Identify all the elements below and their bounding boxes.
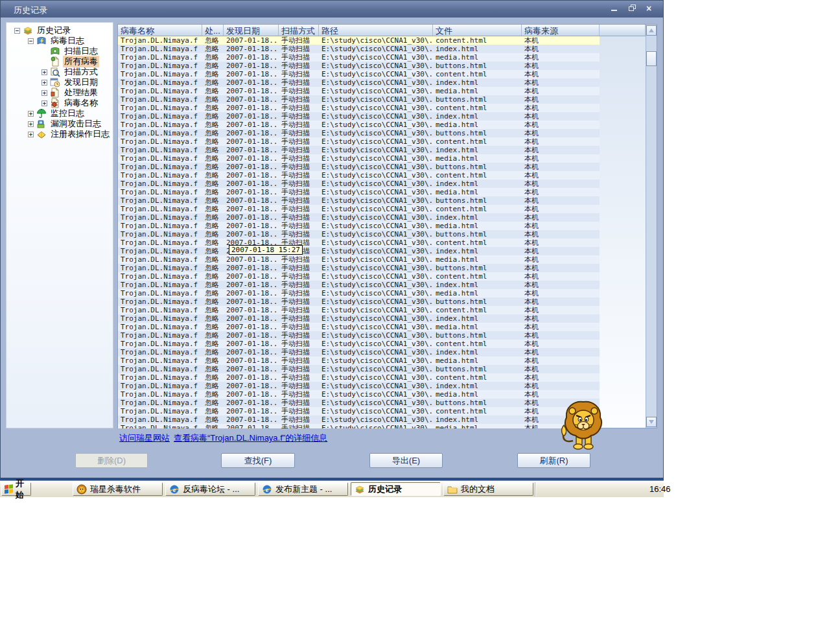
table-row[interactable]: Trojan.DL.Nimaya.f忽略2007-01-18...手动扫描E:\… [118, 36, 600, 45]
table-row[interactable]: Trojan.DL.Nimaya.f忽略2007-01-18...手动扫描E:\… [118, 298, 600, 306]
table-row[interactable]: Trojan.DL.Nimaya.f忽略2007-01-18...手动扫描E:\… [118, 154, 600, 163]
tray-help-bubble[interactable]: ? [558, 484, 569, 495]
table-row[interactable]: Trojan.DL.Nimaya.f忽略2007-01-18...手动扫描E:\… [118, 205, 600, 213]
table-row[interactable]: Trojan.DL.Nimaya.f忽略2007-01-18...手动扫描E:\… [118, 180, 600, 188]
column-header-source[interactable]: 病毒来源 [522, 25, 600, 36]
table-row[interactable]: Trojan.DL.Nimaya.f忽略2007-01-18...手动扫描E:\… [118, 104, 600, 112]
删除-button[interactable]: 删除(D) [75, 453, 148, 468]
table-row[interactable]: Trojan.DL.Nimaya.f忽略2007-01-18...手动扫描E:\… [118, 407, 600, 415]
table-row[interactable]: Trojan.DL.Nimaya.f忽略2007-01-18...手动扫描E:\… [118, 340, 600, 348]
table-row[interactable]: Trojan.DL.Nimaya.f忽略2007-01-18...手动扫描E:\… [118, 365, 600, 373]
tree-item-所有病毒[interactable]: 所有病毒 [6, 56, 113, 67]
tree-item-发现日期[interactable]: +发现日期 [6, 77, 113, 88]
tray-blocked[interactable] [618, 484, 629, 495]
table-row[interactable]: Trojan.DL.Nimaya.f忽略2007-01-18...手动扫描E:\… [118, 196, 600, 205]
tree-item-病毒日志[interactable]: −病毒日志 [6, 36, 113, 46]
查找-button[interactable]: 查找(F) [221, 453, 295, 468]
table-row[interactable]: Trojan.DL.Nimaya.f忽略2007-01-18...手动扫描E:\… [118, 424, 600, 428]
table-row[interactable]: Trojan.DL.Nimaya.f忽略2007-01-18...手动扫描E:\… [118, 121, 600, 129]
table-row[interactable]: Trojan.DL.Nimaya.f忽略2007-01-18...手动扫描E:\… [118, 78, 600, 87]
table-row[interactable]: Trojan.DL.Nimaya.f忽略2007-01-18...手动扫描E:\… [118, 239, 600, 247]
table-row[interactable]: Trojan.DL.Nimaya.f忽略2007-01-18...手动扫描E:\… [118, 70, 600, 78]
table-row[interactable]: Trojan.DL.Nimaya.f忽略2007-01-18...手动扫描E:\… [118, 382, 600, 390]
table-row[interactable]: Trojan.DL.Nimaya.f忽略2007-01-18...手动扫描E:\… [118, 272, 600, 281]
tray-keyboard[interactable] [543, 484, 554, 495]
table-row[interactable]: Trojan.DL.Nimaya.f忽略2007-01-18...手动扫描E:\… [118, 188, 600, 196]
tree-item-注册表操作日志[interactable]: +注册表操作日志 [6, 129, 113, 139]
tree-item-病毒名称[interactable]: +病毒名称 [6, 98, 113, 108]
table-row[interactable]: Trojan.DL.Nimaya.f忽略2007-01-18...手动扫描E:\… [118, 87, 600, 95]
刷新-button[interactable]: 刷新(R) [517, 453, 590, 468]
scroll-thumb[interactable] [646, 51, 657, 66]
table-row[interactable]: Trojan.DL.Nimaya.f忽略2007-01-18...手动扫描E:\… [118, 137, 600, 146]
tray-language-bar[interactable] [573, 484, 584, 495]
tray-ie-tray[interactable]: e [633, 484, 644, 495]
taskbar-task-反病毒论坛 - ...[interactable]: e反病毒论坛 - ... [165, 482, 255, 496]
scroll-down-button[interactable] [646, 417, 657, 427]
tray-monitor-umbrella[interactable] [603, 484, 614, 495]
table-row[interactable]: Trojan.DL.Nimaya.f忽略2007-01-18...手动扫描E:\… [118, 331, 600, 340]
column-header-filler[interactable] [600, 25, 646, 36]
expand-toggle[interactable]: + [41, 90, 47, 96]
collapse-toggle[interactable]: − [28, 38, 34, 44]
table-row[interactable]: Trojan.DL.Nimaya.f忽略2007-01-18...手动扫描E:\… [118, 348, 600, 356]
table-row[interactable]: Trojan.DL.Nimaya.f忽略2007-01-18...手动扫描E:\… [118, 281, 600, 289]
titlebar[interactable]: 历史记录 × [1, 1, 663, 18]
table-row[interactable]: Trojan.DL.Nimaya.f忽略2007-01-18...手动扫描E:\… [118, 45, 600, 53]
quick-launch-ie[interactable]: e [39, 483, 51, 495]
table-row[interactable]: Trojan.DL.Nimaya.f忽略2007-01-18...手动扫描E:\… [118, 112, 600, 121]
table-row[interactable]: Trojan.DL.Nimaya.f忽略2007-01-18...手动扫描E:\… [118, 323, 600, 331]
table-row[interactable]: Trojan.DL.Nimaya.f忽略2007-01-18...手动扫描E:\… [118, 129, 600, 137]
table-row[interactable]: Trojan.DL.Nimaya.f忽略2007-01-18...手动扫描E:\… [118, 289, 600, 298]
table-row[interactable]: Trojan.DL.Nimaya.f忽略2007-01-18...手动扫描E:\… [118, 230, 600, 239]
tree-item-扫描日志[interactable]: 扫描日志 [6, 46, 113, 56]
table-row[interactable]: Trojan.DL.Nimaya.f忽略2007-01-18...手动扫描E:\… [118, 373, 600, 382]
start-button[interactable]: 开始 [1, 482, 31, 496]
column-header-date[interactable]: 发现日期 [224, 25, 279, 36]
taskbar-task-发布新主题 - ...[interactable]: e发布新主题 - ... [258, 482, 348, 496]
table-row[interactable]: Trojan.DL.Nimaya.f忽略2007-01-18...手动扫描E:\… [118, 264, 600, 272]
tree-item-扫描方式[interactable]: +扫描方式 [6, 67, 113, 77]
collapse-toggle[interactable]: − [14, 28, 20, 34]
tree-item-处理结果[interactable]: +处理结果 [6, 88, 113, 98]
column-header-file[interactable]: 文件 [433, 25, 522, 36]
table-row[interactable]: Trojan.DL.Nimaya.f忽略2007-01-18...手动扫描E:\… [118, 95, 600, 104]
expand-toggle[interactable]: + [28, 132, 34, 137]
table-row[interactable]: Trojan.DL.Nimaya.f忽略2007-01-18...手动扫描E:\… [118, 62, 600, 70]
table-row[interactable]: Trojan.DL.Nimaya.f忽略2007-01-18...手动扫描E:\… [118, 53, 600, 62]
table-row[interactable]: Trojan.DL.Nimaya.f忽略2007-01-18...手动扫描E:\… [118, 163, 600, 171]
导出-button[interactable]: 导出(E) [369, 453, 443, 468]
column-header-name[interactable]: 病毒名称 [118, 25, 202, 36]
expand-toggle[interactable]: + [41, 69, 47, 75]
table-row[interactable]: Trojan.DL.Nimaya.f忽略2007-01-18...手动扫描E:\… [118, 146, 600, 154]
tree-item-漏洞攻击日志[interactable]: +漏洞攻击日志 [6, 119, 113, 129]
taskbar-task-瑞星杀毒软件[interactable]: 瑞星杀毒软件 [73, 482, 163, 496]
expand-toggle[interactable]: + [41, 80, 47, 86]
expand-toggle[interactable]: + [41, 100, 47, 106]
tree-item-root[interactable]: −历史记录 [6, 25, 113, 36]
visit-rising-site-link[interactable]: 访问瑞星网站 [119, 433, 170, 443]
expand-toggle[interactable]: + [28, 121, 34, 127]
table-row[interactable]: Trojan.DL.Nimaya.f忽略2007-01-18...手动扫描E:\… [118, 415, 600, 424]
scroll-up-button[interactable] [646, 25, 657, 36]
table-row[interactable]: Trojan.DL.Nimaya.f忽略2007-01-18...手动扫描E:\… [118, 314, 600, 323]
table-row[interactable]: Trojan.DL.Nimaya.f忽略2007-01-18...手动扫描E:\… [118, 356, 600, 365]
table-row[interactable]: Trojan.DL.Nimaya.f忽略2007-01-18...手动扫描E:\… [118, 213, 600, 222]
column-header-result[interactable]: 处... [202, 25, 224, 36]
quick-launch-launcher[interactable] [53, 483, 65, 495]
table-row[interactable]: Trojan.DL.Nimaya.f忽略2007-01-18...手动扫描E:\… [118, 255, 600, 264]
table-row[interactable]: Trojan.DL.Nimaya.f忽略2007-01-18...手动扫描E:\… [118, 247, 600, 255]
table-row[interactable]: Trojan.DL.Nimaya.f忽略2007-01-18...手动扫描E:\… [118, 390, 600, 399]
vertical-scrollbar[interactable] [646, 25, 657, 428]
close-button[interactable]: × [646, 5, 655, 12]
virus-detail-link[interactable]: 查看病毒“Trojan.DL.Nimaya.f”的详细信息 [174, 433, 327, 443]
rising-lion-mascot[interactable] [555, 398, 611, 454]
tray-update-swirl[interactable] [588, 484, 599, 495]
column-header-path[interactable]: 路径 [319, 25, 433, 36]
table-row[interactable]: Trojan.DL.Nimaya.f忽略2007-01-18...手动扫描E:\… [118, 171, 600, 180]
tree-item-监控日志[interactable]: +监控日志 [6, 108, 113, 119]
table-row[interactable]: Trojan.DL.Nimaya.f忽略2007-01-18...手动扫描E:\… [118, 222, 600, 230]
taskbar-task-历史记录[interactable]: 历史记录 [351, 482, 441, 496]
column-header-method[interactable]: 扫描方式 [279, 25, 319, 36]
expand-toggle[interactable]: + [28, 111, 34, 117]
